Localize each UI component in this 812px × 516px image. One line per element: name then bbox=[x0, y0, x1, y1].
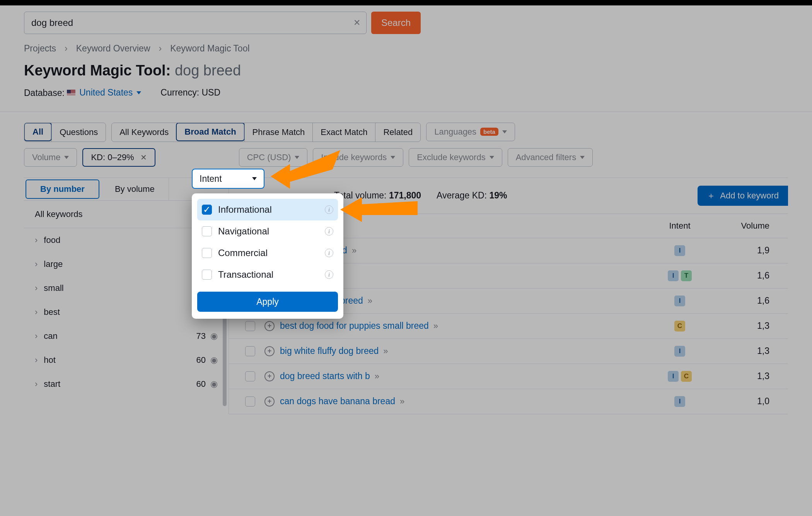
info-icon[interactable]: i bbox=[325, 249, 333, 257]
intent-badge-C: C bbox=[674, 321, 685, 331]
keyword-label: can bbox=[44, 331, 57, 341]
chevron-down-icon bbox=[580, 156, 585, 159]
intent-badge-I: I bbox=[674, 346, 685, 357]
expand-icon[interactable]: + bbox=[264, 396, 275, 407]
intent-option[interactable]: Transactionali bbox=[197, 264, 338, 285]
add-to-keyword-button[interactable]: ＋ Add to keyword bbox=[698, 186, 788, 206]
expand-icon[interactable]: + bbox=[264, 371, 275, 381]
chevron-right-icon: › bbox=[35, 355, 38, 365]
chevron-down-icon bbox=[490, 156, 494, 159]
intent-option[interactable]: Navigationali bbox=[197, 220, 338, 242]
filter-row-1: All Questions All Keywords Broad Match P… bbox=[24, 112, 788, 148]
keyword-label: best bbox=[44, 307, 60, 317]
chevrons-icon: » bbox=[368, 296, 371, 306]
filter-kd[interactable]: KD: 0–29% ✕ bbox=[82, 148, 155, 167]
svg-marker-0 bbox=[271, 150, 340, 189]
col-volume[interactable]: Volume bbox=[711, 221, 788, 231]
filter-advanced[interactable]: Advanced filters bbox=[508, 148, 593, 167]
row-checkbox[interactable] bbox=[245, 396, 255, 407]
filter-exclude-keywords[interactable]: Exclude keywords bbox=[409, 148, 502, 167]
row-checkbox[interactable] bbox=[245, 371, 255, 381]
row-checkbox[interactable] bbox=[245, 346, 255, 356]
eye-icon[interactable]: ◉ bbox=[210, 331, 218, 341]
intent-option[interactable]: Commerciali bbox=[197, 242, 338, 264]
chevron-down-icon bbox=[502, 130, 507, 133]
checkbox[interactable] bbox=[202, 226, 212, 236]
intent-badge-T: T bbox=[681, 270, 692, 281]
currency-label: Currency: bbox=[160, 87, 199, 97]
keyword-link[interactable]: can dogs have banana bread bbox=[280, 396, 395, 407]
keyword-link[interactable]: big white fluffy dog breed bbox=[280, 346, 379, 356]
intent-option-label: Navigational bbox=[218, 226, 269, 237]
meta-row: Database: United States Currency: USD bbox=[24, 87, 788, 111]
keyword-count: 60 bbox=[196, 355, 206, 365]
keyword-label: start bbox=[44, 379, 60, 389]
expand-icon[interactable]: + bbox=[264, 321, 275, 331]
database-selector[interactable]: United States bbox=[67, 87, 141, 98]
filter-all-keywords[interactable]: All Keywords bbox=[112, 123, 176, 142]
apply-button[interactable]: Apply bbox=[197, 292, 338, 312]
tab-by-volume[interactable]: By volume bbox=[101, 178, 169, 200]
title-tool: Keyword Magic Tool: bbox=[24, 62, 171, 79]
breadcrumb: Projects › Keyword Overview › Keyword Ma… bbox=[24, 43, 788, 62]
chevron-right-icon: › bbox=[35, 307, 38, 317]
table-row: +can dogs have banana bread»I1,0 bbox=[229, 389, 788, 414]
clear-search-icon[interactable]: ✕ bbox=[353, 18, 360, 28]
keyword-link[interactable]: best dog food for puppies small breed bbox=[280, 321, 429, 331]
search-button[interactable]: Search bbox=[371, 12, 421, 34]
breadcrumb-item[interactable]: Keyword Overview bbox=[76, 43, 150, 54]
filter-row-2: Volume KD: 0–29% ✕ CPC (USD) Include key… bbox=[24, 148, 788, 178]
close-icon[interactable]: ✕ bbox=[140, 153, 147, 162]
keyword-label: large bbox=[44, 259, 63, 269]
intent-badge-I: I bbox=[674, 245, 685, 256]
sidebar-keyword-item[interactable]: ›start60◉ bbox=[24, 372, 229, 396]
filter-related[interactable]: Related bbox=[375, 123, 420, 142]
title-query: dog breed bbox=[175, 62, 241, 79]
all-keywords-label: All keywords bbox=[35, 209, 82, 219]
kd-label: KD: 0–29% bbox=[91, 152, 134, 162]
checkbox[interactable] bbox=[202, 270, 212, 280]
checkbox[interactable] bbox=[202, 248, 212, 258]
filter-all[interactable]: All bbox=[24, 123, 52, 141]
info-icon[interactable]: i bbox=[325, 227, 333, 236]
keyword-label: small bbox=[44, 283, 63, 293]
search-input[interactable] bbox=[24, 12, 367, 34]
volume-label: Volume bbox=[32, 152, 60, 162]
filter-broad-match[interactable]: Broad Match bbox=[176, 123, 244, 141]
filter-volume[interactable]: Volume bbox=[24, 148, 77, 167]
sidebar-keyword-item[interactable]: ›can73◉ bbox=[24, 324, 229, 348]
intent-label: Intent bbox=[200, 174, 222, 184]
chevron-right-icon: › bbox=[35, 379, 38, 389]
database-value: United States bbox=[79, 87, 133, 98]
chevron-right-icon: › bbox=[35, 259, 38, 269]
chevrons-icon: » bbox=[352, 246, 355, 256]
volume-value: 1,3 bbox=[711, 321, 788, 331]
currency-value: USD bbox=[201, 87, 220, 97]
col-intent[interactable]: Intent bbox=[649, 221, 711, 231]
filter-languages[interactable]: Languages beta bbox=[426, 123, 515, 141]
info-icon[interactable]: i bbox=[325, 205, 333, 214]
chevrons-icon: » bbox=[400, 396, 403, 407]
intent-popover: ✓InformationaliNavigationaliCommercialiT… bbox=[192, 193, 343, 319]
filter-intent[interactable]: Intent bbox=[192, 169, 264, 189]
checkbox[interactable]: ✓ bbox=[202, 205, 212, 215]
sidebar-keyword-item[interactable]: ›hot60◉ bbox=[24, 348, 229, 372]
intent-badge-I: I bbox=[674, 296, 685, 306]
expand-icon[interactable]: + bbox=[264, 346, 275, 356]
row-checkbox[interactable] bbox=[245, 321, 255, 331]
breadcrumb-item[interactable]: Projects bbox=[24, 43, 56, 54]
intent-badge-I: I bbox=[668, 371, 679, 382]
info-icon[interactable]: i bbox=[325, 270, 333, 279]
volume-value: 1,6 bbox=[711, 296, 788, 306]
annotation-arrow-informational bbox=[340, 194, 418, 225]
keyword-label: food bbox=[44, 235, 60, 245]
filter-phrase-match[interactable]: Phrase Match bbox=[244, 123, 313, 142]
eye-icon[interactable]: ◉ bbox=[210, 379, 218, 389]
filter-exact-match[interactable]: Exact Match bbox=[312, 123, 375, 142]
tab-by-number[interactable]: By number bbox=[26, 179, 99, 199]
intent-option[interactable]: ✓Informationali bbox=[197, 199, 338, 220]
eye-icon[interactable]: ◉ bbox=[210, 355, 218, 365]
keyword-link[interactable]: dog breed starts with b bbox=[280, 371, 370, 381]
filter-questions[interactable]: Questions bbox=[51, 123, 106, 142]
chevrons-icon: » bbox=[383, 346, 386, 356]
